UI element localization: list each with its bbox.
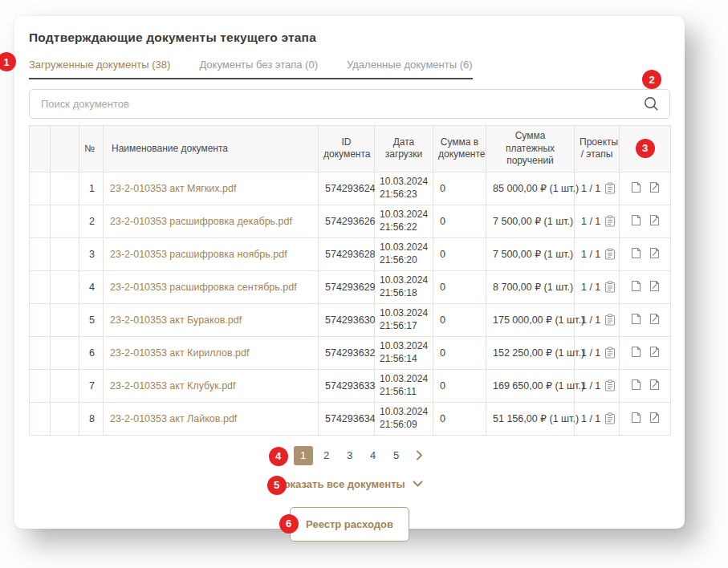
search-bar: 2: [29, 89, 670, 119]
projects-stages: 1 / 1: [575, 172, 620, 205]
preview-document-icon[interactable]: [631, 247, 641, 262]
chevron-down-icon[interactable]: [413, 481, 423, 488]
clipboard-icon[interactable]: [604, 314, 616, 326]
document-link[interactable]: 23-2-010353 акт Лайков.pdf: [110, 413, 237, 424]
document-id: 574293630: [319, 303, 375, 336]
table-row: 8 23-2-010353 акт Лайков.pdf 574293634 1…: [30, 402, 671, 435]
document-sum: 0: [433, 402, 486, 435]
pagination-next-icon[interactable]: [410, 446, 429, 465]
preview-document-icon[interactable]: [631, 214, 641, 229]
search-icon[interactable]: [643, 95, 660, 116]
clipboard-icon[interactable]: [604, 347, 616, 359]
row-number: 3: [79, 237, 104, 270]
tab-documents-without-stage[interactable]: Документы без этапа (0): [199, 59, 318, 71]
upload-date: 10.03.202421:56:23: [375, 172, 433, 205]
row-select-cell-2: [51, 237, 79, 270]
table-row: 7 23-2-010353 акт Клубук.pdf 574293633 1…: [30, 369, 671, 402]
document-id: 574293632: [319, 336, 375, 369]
projects-stages: 1 / 1: [575, 303, 620, 336]
clipboard-icon[interactable]: [604, 281, 616, 293]
document-link[interactable]: 23-2-010353 акт Бураков.pdf: [110, 314, 242, 326]
document-sum: 0: [433, 369, 486, 402]
upload-date: 10.03.202421:56:20: [375, 237, 433, 270]
clipboard-icon[interactable]: [604, 379, 616, 392]
download-document-icon[interactable]: [649, 379, 660, 393]
col-header-projects: Проекты / этапы: [575, 126, 620, 172]
document-sum: 0: [433, 172, 486, 205]
row-actions: [620, 369, 671, 402]
row-number: 4: [79, 270, 104, 303]
preview-document-icon[interactable]: [631, 346, 641, 360]
payment-sum: 169 650,00 ₽ (1 шт.): [486, 369, 575, 402]
download-document-icon[interactable]: [649, 247, 660, 262]
document-sum: 0: [433, 336, 486, 369]
button-row: 6 Реестр расходов: [29, 507, 670, 542]
col-header-doc-sum: Сумма в документе: [433, 126, 486, 172]
pagination-page-5[interactable]: 5: [387, 446, 406, 465]
document-sum: 0: [433, 303, 486, 336]
payment-sum: 175 000,00 ₽ (1 шт.): [486, 303, 575, 336]
projects-stages: 1 / 1: [575, 205, 620, 237]
payment-sum: 8 700,00 ₽ (1 шт.): [486, 270, 575, 303]
projects-stages: 1 / 1: [575, 237, 620, 270]
row-actions: [620, 172, 671, 205]
download-document-icon[interactable]: [649, 412, 660, 426]
preview-document-icon[interactable]: [631, 280, 641, 294]
document-link[interactable]: 23-2-010353 акт Кириллов.pdf: [110, 347, 250, 359]
upload-date: 10.03.202421:56:17: [375, 303, 433, 336]
pagination-page-1[interactable]: 1: [294, 446, 313, 465]
tab-deleted-documents[interactable]: Удаленные документы (6): [347, 59, 473, 71]
download-document-icon[interactable]: [649, 346, 660, 360]
download-document-icon[interactable]: [649, 181, 660, 196]
row-select-cell-2: [51, 336, 79, 369]
document-link[interactable]: 23-2-010353 расшифровка декабрь.pdf: [110, 216, 292, 227]
clipboard-icon[interactable]: [604, 182, 616, 194]
col-header-payment-sum: Сумма платежных поручений: [486, 126, 575, 172]
document-link[interactable]: 23-2-010353 расшифровка ноябрь.pdf: [110, 249, 287, 260]
col-header-id: ID документа: [319, 126, 375, 172]
row-select-cell: [30, 336, 51, 369]
document-link[interactable]: 23-2-010353 акт Клубук.pdf: [110, 380, 236, 392]
row-select-cell: [30, 172, 51, 205]
pagination-page-2[interactable]: 2: [317, 446, 336, 465]
document-link[interactable]: 23-2-010353 расшифровка сентябрь.pdf: [110, 282, 297, 293]
projects-stages: 1 / 1: [575, 402, 620, 435]
download-document-icon[interactable]: [649, 214, 660, 229]
document-id: 574293634: [319, 402, 375, 435]
col-header-name: Наименование документа: [104, 126, 319, 172]
page-title: Подтверждающие документы текущего этапа: [29, 30, 670, 45]
clipboard-icon[interactable]: [604, 215, 616, 227]
search-input[interactable]: [29, 89, 670, 119]
preview-document-icon[interactable]: [631, 412, 641, 426]
table-row: 6 23-2-010353 акт Кириллов.pdf 574293632…: [30, 336, 671, 369]
download-document-icon[interactable]: [649, 280, 660, 294]
tab-uploaded-documents[interactable]: Загруженные документы (38): [29, 59, 170, 71]
projects-stages: 1 / 1: [575, 369, 620, 402]
clipboard-icon[interactable]: [604, 248, 616, 260]
show-all-documents-link[interactable]: Показать все документы: [276, 478, 405, 490]
projects-stages: 1 / 1: [575, 270, 620, 303]
table-header-row: № Наименование документа ID документа Да…: [30, 126, 671, 172]
row-number: 6: [79, 336, 104, 369]
annotation-badge-2: 2: [642, 70, 661, 89]
pagination-page-3[interactable]: 3: [340, 446, 360, 465]
document-link[interactable]: 23-2-010353 акт Мягких.pdf: [110, 183, 236, 194]
upload-date: 10.03.202421:56:11: [375, 369, 433, 402]
row-select-cell-2: [51, 369, 79, 402]
show-all-row: 5 Показать все документы: [29, 478, 670, 490]
document-sum: 0: [433, 205, 486, 237]
row-select-cell: [30, 270, 51, 303]
preview-document-icon[interactable]: [631, 313, 641, 327]
pagination-page-4[interactable]: 4: [364, 446, 383, 465]
clipboard-icon[interactable]: [604, 412, 616, 424]
preview-document-icon[interactable]: [631, 181, 641, 196]
document-sum: 0: [433, 237, 486, 270]
row-actions: [620, 205, 671, 237]
row-number: 1: [79, 172, 104, 205]
document-sum: 0: [433, 270, 486, 303]
expense-register-button[interactable]: Реестр расходов: [290, 507, 409, 542]
table-row: 3 23-2-010353 расшифровка ноябрь.pdf 574…: [30, 237, 671, 270]
col-header-select-2: [51, 126, 79, 172]
download-document-icon[interactable]: [649, 313, 660, 327]
preview-document-icon[interactable]: [631, 379, 641, 393]
